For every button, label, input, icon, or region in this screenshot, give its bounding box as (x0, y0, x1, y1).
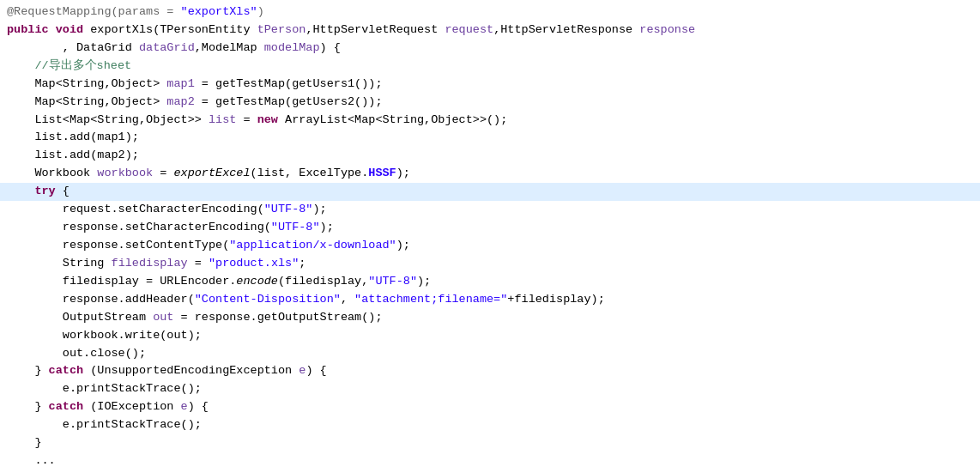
code-token: ... (7, 452, 56, 470)
code-token: } (7, 434, 42, 452)
code-token: ; (299, 255, 305, 273)
code-token: = getTestMap(getUsers2()); (195, 94, 383, 112)
code-token: "exportXls" (181, 3, 257, 21)
code-line: } catch (UnsupportedEncodingException e)… (0, 362, 980, 380)
code-token: catch (49, 362, 84, 380)
code-token: response.setCharacterEncoding( (7, 219, 271, 237)
code-token: filedisplay (112, 255, 188, 273)
code-line: ... (0, 452, 980, 470)
code-line: } (0, 434, 980, 452)
code-token: void (56, 21, 91, 39)
code-token: , (341, 291, 354, 309)
code-line: Workbook workbook = exportExcel(list, Ex… (0, 165, 980, 183)
code-token: = (153, 165, 173, 183)
code-token: (list, ExcelType. (251, 165, 369, 183)
code-token: dataGrid (139, 39, 195, 58)
code-token: OutputStream (7, 309, 153, 327)
code-token: ); (312, 201, 326, 219)
code-token: modelMap (264, 39, 320, 58)
code-token: , DataGrid (7, 39, 139, 58)
code-token: = response.getOutputStream(); (173, 309, 382, 327)
code-token: new (257, 112, 285, 130)
code-token: "UTF-8" (368, 273, 417, 291)
code-token: String (7, 255, 112, 273)
code-token: list.add(map1); (7, 129, 139, 147)
code-token: workbook (97, 165, 153, 183)
code-token: Map<String,Object> (7, 76, 166, 94)
code-token: exportXls(TPersonEntity (90, 21, 257, 39)
code-token: ,ModelMap (195, 39, 264, 58)
code-line: Map<String,Object> map1 = getTestMap(get… (0, 76, 980, 94)
code-token: catch (49, 398, 84, 416)
code-token: out (153, 309, 173, 327)
code-token: e.printStackTrace(); (7, 416, 202, 434)
code-line: } catch (IOException e) { (0, 398, 980, 416)
code-line: response.setContentType("application/x-d… (0, 237, 980, 255)
code-token: ,HttpServletRequest (305, 21, 445, 39)
code-token: "product.xls" (209, 255, 299, 273)
code-line: list.add(map1); (0, 129, 980, 147)
code-line: e.printStackTrace(); (0, 380, 980, 398)
code-token: } (7, 362, 49, 380)
code-token: "UTF-8" (271, 219, 320, 237)
code-token: try (34, 183, 55, 201)
code-line: workbook.write(out); (0, 327, 980, 345)
code-token: e (181, 398, 188, 416)
code-line: list.add(map2); (0, 147, 980, 165)
code-token: List<Map<String,Object>> (7, 112, 209, 130)
code-token: request (445, 21, 493, 39)
code-token: workbook.write(out); (7, 327, 202, 345)
code-token: ) { (305, 362, 326, 380)
code-line: response.addHeader("Content-Disposition"… (0, 291, 980, 309)
code-token: ); (396, 165, 410, 183)
code-token: (filedisplay, (278, 273, 368, 291)
code-token: +filedisplay); (507, 291, 604, 309)
code-token: map2 (166, 94, 194, 112)
code-line: Map<String,Object> map2 = getTestMap(get… (0, 94, 980, 112)
code-token: list.add(map2); (7, 147, 139, 165)
code-token: list (209, 112, 236, 130)
code-token: HSSF (368, 165, 396, 183)
code-token: //导出多个sheet (7, 58, 131, 76)
code-token: "application/x-download" (229, 237, 396, 255)
code-token: } (7, 398, 49, 416)
code-token: ) { (320, 39, 341, 58)
code-token: ); (396, 237, 410, 255)
code-token: Map<String,Object> (7, 94, 166, 112)
code-line: OutputStream out = response.getOutputStr… (0, 309, 980, 327)
code-line: , DataGrid dataGrid,ModelMap modelMap) { (0, 39, 980, 58)
code-token: { (56, 183, 70, 201)
code-token: tPerson (257, 21, 306, 39)
code-line: List<Map<String,Object>> list = new Arra… (0, 112, 980, 130)
code-token: (IOException (83, 398, 180, 416)
code-line: e.printStackTrace(); (0, 416, 980, 434)
code-token: = (188, 255, 209, 273)
code-token (7, 183, 34, 201)
code-token: map1 (166, 76, 194, 94)
code-token: Workbook (7, 165, 97, 183)
code-line: try { (0, 183, 980, 201)
code-token: exportExcel (173, 165, 250, 183)
code-token: = (236, 112, 257, 130)
code-token: "UTF-8" (264, 201, 313, 219)
code-token: encode (236, 273, 278, 291)
code-token: response.setContentType( (7, 237, 229, 255)
code-editor: @RequestMapping(params = "exportXls")pub… (0, 0, 980, 473)
code-line: request.setCharacterEncoding("UTF-8"); (0, 201, 980, 219)
code-token: ArrayList<Map<String,Object>>(); (285, 112, 507, 130)
code-token: ); (320, 219, 334, 237)
code-token: e.printStackTrace(); (7, 380, 202, 398)
code-token: (UnsupportedEncodingException (83, 362, 299, 380)
code-line: //导出多个sheet (0, 58, 980, 76)
code-token: response (639, 21, 695, 39)
code-token: request.setCharacterEncoding( (7, 201, 264, 219)
code-token: e (299, 362, 305, 380)
code-line: out.close(); (0, 345, 980, 363)
code-token: ) { (188, 398, 209, 416)
code-token: filedisplay = URLEncoder. (7, 273, 236, 291)
code-token: = getTestMap(getUsers1()); (195, 76, 383, 94)
code-line: public void exportXls(TPersonEntity tPer… (0, 21, 980, 39)
code-token: ) (257, 3, 264, 21)
code-token: public (7, 21, 56, 39)
code-line: response.setCharacterEncoding("UTF-8"); (0, 219, 980, 237)
